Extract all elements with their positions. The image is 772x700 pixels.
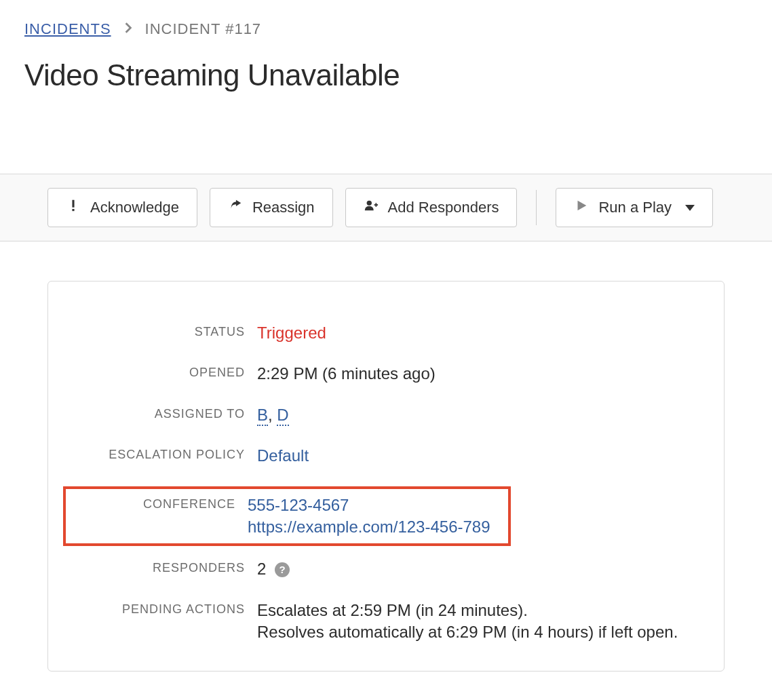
pending-actions-value: Escalates at 2:59 PM (in 24 minutes). Re… <box>257 600 678 644</box>
play-icon <box>574 198 589 217</box>
assignee-link-d[interactable]: D <box>277 406 288 426</box>
svg-point-2 <box>366 201 371 206</box>
assignee-separator: , <box>268 406 277 424</box>
toolbar-divider <box>536 190 537 225</box>
share-icon <box>228 198 243 217</box>
escalation-policy-link[interactable]: Default <box>257 446 309 465</box>
pending-action-escalate: Escalates at 2:59 PM (in 24 minutes). <box>257 600 678 621</box>
conference-row: CONFERENCE 555-123-4567 https://example.… <box>63 486 511 547</box>
conference-phone-link[interactable]: 555-123-4567 <box>248 496 349 514</box>
pending-actions-label: PENDING ACTIONS <box>75 600 257 617</box>
breadcrumb: INCIDENTS INCIDENT #117 <box>24 20 748 38</box>
responders-value: 2 ? <box>257 558 290 580</box>
svg-rect-0 <box>72 200 74 208</box>
run-play-label: Run a Play <box>598 199 672 216</box>
reassign-label: Reassign <box>252 199 315 216</box>
status-label: STATUS <box>75 322 257 339</box>
opened-row: OPENED 2:29 PM (6 minutes ago) <box>75 363 697 385</box>
toolbar: Acknowledge Reassign Add Responders Run … <box>0 174 772 241</box>
add-responders-label: Add Responders <box>388 199 499 216</box>
caret-down-icon <box>685 205 695 211</box>
chevron-right-icon <box>123 22 133 37</box>
opened-label: OPENED <box>75 363 257 380</box>
assigned-to-row: ASSIGNED TO B, D <box>75 404 697 426</box>
details-card: STATUS Triggered OPENED 2:29 PM (6 minut… <box>47 281 725 672</box>
pending-actions-row: PENDING ACTIONS Escalates at 2:59 PM (in… <box>75 600 697 644</box>
status-value: Triggered <box>257 322 326 344</box>
run-play-button[interactable]: Run a Play <box>556 188 713 227</box>
acknowledge-button[interactable]: Acknowledge <box>47 188 197 227</box>
assigned-to-value: B, D <box>257 404 289 426</box>
help-icon[interactable]: ? <box>275 562 290 577</box>
assigned-to-label: ASSIGNED TO <box>75 404 257 421</box>
acknowledge-label: Acknowledge <box>90 199 179 216</box>
page-title: Video Streaming Unavailable <box>24 58 748 92</box>
escalation-policy-row: ESCALATION POLICY Default <box>75 445 697 467</box>
opened-value: 2:29 PM (6 minutes ago) <box>257 363 436 385</box>
conference-url-link[interactable]: https://example.com/123-456-789 <box>248 518 490 536</box>
conference-label: CONFERENCE <box>66 494 248 511</box>
add-responders-button[interactable]: Add Responders <box>345 188 518 227</box>
responders-label: RESPONDERS <box>75 558 257 575</box>
exclaim-icon <box>66 198 81 217</box>
user-plus-icon <box>364 198 379 217</box>
status-row: STATUS Triggered <box>75 322 697 344</box>
responders-count: 2 <box>257 560 266 578</box>
pending-action-resolve: Resolves automatically at 6:29 PM (in 4 … <box>257 621 678 643</box>
breadcrumb-current: INCIDENT #117 <box>145 20 262 38</box>
assignee-link-b[interactable]: B <box>257 406 268 426</box>
conference-value: 555-123-4567 https://example.com/123-456… <box>248 494 490 539</box>
svg-rect-4 <box>375 203 377 207</box>
escalation-policy-label: ESCALATION POLICY <box>75 445 257 462</box>
escalation-policy-value: Default <box>257 445 309 467</box>
svg-rect-1 <box>72 209 74 211</box>
breadcrumb-incidents-link[interactable]: INCIDENTS <box>24 20 111 38</box>
responders-row: RESPONDERS 2 ? <box>75 558 697 580</box>
details-region: STATUS Triggered OPENED 2:29 PM (6 minut… <box>0 241 772 672</box>
header-region: INCIDENTS INCIDENT #117 Video Streaming … <box>0 0 772 174</box>
reassign-button[interactable]: Reassign <box>210 188 333 227</box>
